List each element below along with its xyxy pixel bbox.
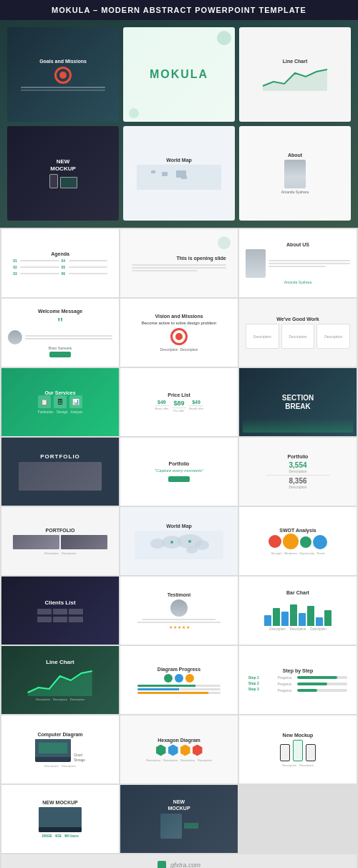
opening-lines (132, 264, 226, 271)
slide-linechart[interactable]: Line Chart Description Description Descr… (1, 646, 119, 714)
swot-circle-weakness (283, 534, 299, 549)
welcome-line-2 (25, 338, 112, 339)
portfolio-stats-title: Portfolio (288, 454, 309, 459)
swot-circles (268, 535, 327, 549)
agenda-line-5 (69, 266, 107, 268)
slide-testimoni[interactable]: Testimoni ★ ★ ★ ★ ★ (120, 577, 238, 645)
goodwork-card-2: Description (281, 324, 315, 349)
swot-circle-strength (268, 535, 281, 548)
slide-agenda[interactable]: Agenda 01 02 03 (1, 229, 119, 297)
portfolio-grid (13, 535, 107, 549)
slide-portfolio-grid-inner: PORTFOLIO Description Description (5, 511, 115, 572)
client-badge-3 (69, 609, 83, 614)
swot-title: SWOT Analysis (279, 528, 316, 533)
slide-new-mockup-laptop[interactable]: NEW MOCKUP 256GB 4GB 4M Users (1, 785, 119, 853)
vision-stat-1: Description (160, 347, 178, 352)
slide-clients[interactable]: Clients List (1, 577, 119, 645)
phone-mockup-group (280, 740, 316, 761)
slide-goodwork[interactable]: We've Good Work Description Description … (239, 299, 357, 367)
portfolio-button[interactable] (168, 476, 190, 482)
agenda-line-1 (20, 260, 59, 261)
price-desc-3: Resell offer (189, 407, 203, 410)
newmockup-dark-content (160, 814, 198, 839)
goodwork-cards: Description Description Description (246, 324, 350, 349)
opening-line-2 (132, 267, 226, 269)
slide-pricelist-inner: Price List $49 Basic offer $89 Pro offer… (124, 372, 234, 433)
step-progress-label-3: Progress (277, 688, 295, 693)
price-divider-3 (189, 405, 203, 406)
mockup-items (49, 174, 77, 188)
slide-stepbystep[interactable]: Step by Step Step 1 Step 2 Step 3 Progre… (239, 646, 357, 714)
portfolio-grid-label-2: Description (62, 551, 76, 555)
slide-worldmap[interactable]: World Map (120, 507, 238, 575)
slide-worldmap-inner: World Map (124, 511, 234, 572)
slide-portfolio-photo-inner: PORTFOLIO (5, 441, 115, 502)
agenda-item-1: 01 (13, 259, 59, 263)
service-label-2: Storage (57, 410, 68, 414)
slide-welcome[interactable]: Welcome Message " Brian Samuels (1, 299, 119, 367)
diag-bar-2 (137, 688, 221, 690)
slide-goodwork-inner: We've Good Work Description Description … (243, 302, 353, 363)
worldmap-svg (135, 531, 223, 559)
clients-title: Clients List (44, 599, 75, 606)
price-1: $49 (158, 400, 166, 405)
diagram-circles (164, 674, 194, 683)
slide-diagram-inner: Diagram Progress (124, 650, 234, 710)
slide-opening-inner: This is opening slide (124, 233, 234, 294)
about-text-line-2 (268, 263, 350, 264)
portfolio-quote-title: Portfolio (169, 461, 190, 466)
price-card-2: $89 Pro offer (172, 400, 186, 413)
slide-portfolio-quote[interactable]: Portfolio "Capture every moments" (120, 438, 238, 506)
tablet-mockup (60, 177, 77, 188)
hero-slide-mokula: MOKULA (123, 27, 235, 122)
step-progress-label-2: Progress (277, 682, 295, 686)
agenda-num-2: 02 (13, 265, 19, 269)
slide-services[interactable]: Our Services 📋 🗄 📊 Publication Storage A… (1, 368, 119, 436)
linechart-svg (13, 667, 107, 696)
slide-vision[interactable]: Vision and Missions Become active to sol… (120, 299, 238, 367)
slide-portfolio-photo[interactable]: PORTFOLIO (1, 438, 119, 506)
welcome-text (25, 335, 112, 339)
slide-diagram[interactable]: Diagram Progress (120, 646, 238, 714)
slide-swot[interactable]: SWOT Analysis Strength Weakness Opportun… (239, 507, 357, 575)
welcome-title: Welcome Message (38, 309, 82, 314)
linechart-label-1: Description (36, 698, 50, 701)
slide-computerdiag-inner: Computer Diagram Cloud Storage Descripti… (5, 719, 115, 780)
slide-sectionbreak[interactable]: SECTIONBREAK (239, 368, 357, 436)
slides-grid: Agenda 01 02 03 (0, 228, 358, 868)
slide-portfolio-grid[interactable]: PORTFOLIO Description Description (1, 507, 119, 575)
barchart-labels: Description Description Description (269, 627, 326, 631)
portfolio-stat-2: 8,356 (289, 477, 306, 485)
sectionbreak-wave (243, 418, 353, 433)
welcome-button[interactable] (49, 352, 71, 357)
portfolio-stat-1: 3,554 (289, 461, 306, 469)
opening-title: This is opening slide (132, 255, 226, 261)
linechart-title: Line Chart (46, 659, 74, 665)
welcome-line-1 (25, 335, 112, 337)
linechart-labels: Description Description Description (36, 698, 84, 701)
vision-title: Vision and Missions (155, 314, 203, 319)
slide-opening[interactable]: This is opening slide (120, 229, 238, 297)
hero-slide-goals-title: Goals and Missions (39, 59, 87, 64)
newmockup-phone-labels: Description Description (282, 763, 314, 767)
slide-hexagon[interactable]: Hexagon Diagram Description Description … (120, 715, 238, 783)
price-3: $49 (192, 400, 200, 405)
computer-labels: Description Description (44, 764, 76, 768)
slide-computerdiag[interactable]: Computer Diagram Cloud Storage Descripti… (1, 715, 119, 783)
slide-about-us[interactable]: About US Amanda Syahara (239, 229, 357, 297)
hero-slide-newmockup: NEWMOCKUP (7, 126, 119, 221)
slide-new-mockup-phone[interactable]: New Mockup Description Description (239, 715, 357, 783)
slide-pricelist[interactable]: Price List $49 Basic offer $89 Pro offer… (120, 368, 238, 436)
slide-portfolio-stats[interactable]: Portfolio 3,554 Description 8,356 Descri… (239, 438, 357, 506)
agenda-line-2 (20, 266, 59, 268)
about-hero-title: About (288, 153, 302, 158)
about-text-line-3 (268, 266, 326, 267)
person-photo-bg (284, 160, 306, 188)
slide-barchart[interactable]: Bar Chart Description Description Descri… (239, 577, 357, 645)
slide-clients-inner: Clients List (5, 580, 115, 641)
world-map-graphic (137, 165, 221, 190)
agenda-num-6: 06 (62, 271, 67, 276)
slide-new-mockup-dark[interactable]: NEWMOCKUP (120, 785, 238, 853)
spec-storage: 256GB (42, 834, 52, 838)
computer-stats: Cloud Storage (74, 753, 85, 762)
